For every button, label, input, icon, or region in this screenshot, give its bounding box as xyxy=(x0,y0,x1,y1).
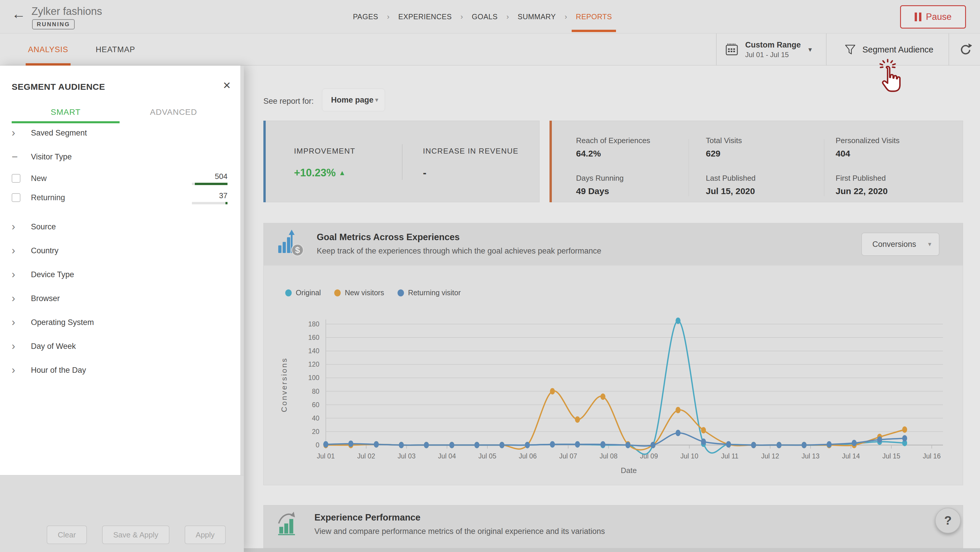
top-header-bar: ← Zylker fashions RUNNING PAGES › EXPERI… xyxy=(0,0,980,33)
svg-text:Jul 03: Jul 03 xyxy=(398,452,415,460)
expand-chevron-icon[interactable]: › xyxy=(12,128,31,138)
segment-item-label: Operating System xyxy=(31,318,94,327)
legend-label: Original xyxy=(296,289,321,297)
caret-down-icon: ▾ xyxy=(375,96,378,104)
svg-text:60: 60 xyxy=(312,401,320,409)
card-accent-orange xyxy=(549,121,552,202)
breadcrumb-summary[interactable]: SUMMARY xyxy=(518,13,556,21)
metric-selector-dropdown[interactable]: Conversions ▾ xyxy=(861,233,939,256)
clear-button[interactable]: Clear xyxy=(47,525,87,544)
page-selector-dropdown[interactable]: Home page ▾ xyxy=(322,89,385,111)
goal-metrics-title: Goal Metrics Across Experiences xyxy=(317,232,601,243)
segment-item-device-type[interactable]: ›Device Type xyxy=(0,263,240,287)
svg-text:Jul 04: Jul 04 xyxy=(438,452,456,460)
segment-option-label: New xyxy=(31,174,192,183)
segment-item-operating-system[interactable]: ›Operating System xyxy=(0,310,240,334)
chevron-right-icon: › xyxy=(461,12,463,21)
refresh-button[interactable] xyxy=(950,33,980,65)
svg-text:Jul 06: Jul 06 xyxy=(519,452,537,460)
svg-text:80: 80 xyxy=(312,388,320,395)
pause-button[interactable]: Pause xyxy=(900,5,966,29)
date-range-title: Custom Range xyxy=(745,41,801,49)
segment-count-bar-fill xyxy=(195,183,228,185)
svg-text:Jul 02: Jul 02 xyxy=(357,452,375,460)
svg-text:120: 120 xyxy=(308,360,320,368)
legend-dot-icon xyxy=(398,289,404,297)
legend-item-new-visitors[interactable]: New visitors xyxy=(334,289,384,297)
revenue-value: - xyxy=(423,167,519,179)
tab-smart[interactable]: SMART xyxy=(12,103,119,123)
svg-text:Jul 16: Jul 16 xyxy=(923,452,940,460)
page-title: Zylker fashions xyxy=(32,5,102,17)
revenue-label: INCREASE IN REVENUE xyxy=(423,147,519,155)
svg-text:Jul 07: Jul 07 xyxy=(559,452,577,460)
breadcrumb-experiences[interactable]: EXPERIENCES xyxy=(398,13,452,21)
expand-chevron-icon[interactable]: › xyxy=(12,365,31,375)
stat-value: Jul 15, 2020 xyxy=(706,186,835,196)
legend-item-original[interactable]: Original xyxy=(285,289,321,297)
legend-label: Returning visitor xyxy=(408,289,461,297)
expand-chevron-icon[interactable]: › xyxy=(12,293,31,304)
chevron-right-icon: › xyxy=(387,12,390,21)
expand-chevron-icon[interactable]: › xyxy=(12,317,31,328)
svg-text:Jul 05: Jul 05 xyxy=(478,452,496,460)
improvement-label: IMPROVEMENT xyxy=(294,147,355,155)
breadcrumb-goals[interactable]: GOALS xyxy=(472,13,498,21)
collapse-icon[interactable]: − xyxy=(12,152,31,162)
stat-label: Total Visits xyxy=(706,136,835,145)
stat-value: 49 Days xyxy=(576,186,706,196)
goal-metrics-header-band: $ Goal Metrics Across Experiences Keep t… xyxy=(264,223,963,265)
toolbar-divider xyxy=(716,33,717,65)
back-arrow-icon[interactable]: ← xyxy=(12,7,25,21)
caret-down-icon: ▾ xyxy=(928,240,931,248)
segment-item-source[interactable]: ›Source xyxy=(0,215,240,239)
segment-item-hour-of-the-day[interactable]: ›Hour of the Day xyxy=(0,358,240,382)
date-range-picker[interactable]: Custom Range Jul 01 - Jul 15 ▾ xyxy=(725,33,826,65)
segment-item-day-of-week[interactable]: ›Day of Week xyxy=(0,334,240,358)
segment-list: ›Saved Segment−Visitor TypeNew504Returni… xyxy=(0,121,240,382)
report-tabs: ANALYSIS HEATMAP xyxy=(25,33,138,65)
close-icon[interactable]: ✕ xyxy=(223,79,231,91)
tab-advanced[interactable]: ADVANCED xyxy=(119,103,228,123)
app-screen: ← Zylker fashions RUNNING PAGES › EXPERI… xyxy=(0,0,980,552)
segment-audience-button[interactable]: Segment Audience xyxy=(830,33,948,65)
segment-option-returning[interactable]: Returning37 xyxy=(0,188,240,207)
experience-performance-title: Experience Performance xyxy=(314,512,605,523)
segment-item-label: Hour of the Day xyxy=(31,366,86,375)
apply-button[interactable]: Apply xyxy=(185,525,226,544)
expand-chevron-icon[interactable]: › xyxy=(12,341,31,352)
checkbox[interactable] xyxy=(12,174,21,183)
segment-item-country[interactable]: ›Country xyxy=(0,239,240,263)
svg-text:Jul 10: Jul 10 xyxy=(681,452,698,460)
tab-analysis[interactable]: ANALYSIS xyxy=(25,33,71,65)
segment-item-saved-segment[interactable]: ›Saved Segment xyxy=(0,121,240,145)
segment-option-new[interactable]: New504 xyxy=(0,169,240,188)
svg-text:Jul 01: Jul 01 xyxy=(317,452,334,460)
save-and-apply-button[interactable]: Save & Apply xyxy=(102,525,169,544)
legend-item-returning-visitor[interactable]: Returning visitor xyxy=(398,289,461,297)
checkbox[interactable] xyxy=(12,193,21,202)
status-badge: RUNNING xyxy=(32,19,75,29)
help-button[interactable]: ? xyxy=(935,508,961,533)
up-triangle-icon: ▲ xyxy=(339,169,346,177)
metric-selector-value: Conversions xyxy=(872,240,916,249)
segment-item-visitor-type[interactable]: −Visitor Type xyxy=(0,145,240,169)
date-range-value: Jul 01 - Jul 15 xyxy=(745,51,801,59)
stat-value: Jun 22, 2020 xyxy=(835,186,961,196)
expand-chevron-icon[interactable]: › xyxy=(12,269,31,280)
refresh-icon xyxy=(958,43,972,56)
tab-heatmap[interactable]: HEATMAP xyxy=(93,33,138,65)
stat-value: 629 xyxy=(706,149,835,159)
svg-text:180: 180 xyxy=(308,320,320,328)
segment-item-label: Saved Segment xyxy=(31,128,87,138)
stat-label: Personalized Visits xyxy=(835,136,961,145)
next-section-edge xyxy=(244,548,980,552)
goal-metrics-chart: 020406080100120140160180Jul 01Jul 02Jul … xyxy=(263,278,963,484)
expand-chevron-icon[interactable]: › xyxy=(12,246,31,256)
breadcrumb-reports[interactable]: REPORTS xyxy=(576,13,612,21)
breadcrumb-pages[interactable]: PAGES xyxy=(353,13,378,21)
segment-item-browser[interactable]: ›Browser xyxy=(0,287,240,310)
segment-item-label: Visitor Type xyxy=(31,152,72,162)
experience-performance-card: Experience Performance View and compare … xyxy=(263,505,963,548)
expand-chevron-icon[interactable]: › xyxy=(12,222,31,232)
